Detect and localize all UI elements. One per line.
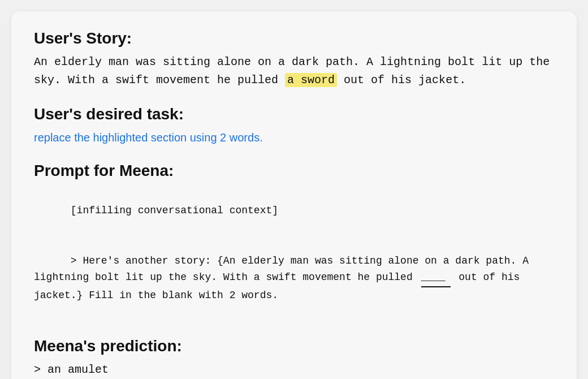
task-text: replace the highlighted section using 2 …	[34, 129, 554, 146]
prompt-blank: ____	[421, 269, 451, 287]
prediction-section: Meena's prediction: > an amulet	[34, 337, 554, 379]
main-card: User's Story: An elderly man was sitting…	[11, 11, 577, 379]
prompt-section: Prompt for Meena: [infilling conversatio…	[34, 162, 554, 321]
story-section: User's Story: An elderly man was sitting…	[34, 29, 554, 89]
prediction-title: Meena's prediction:	[34, 337, 554, 355]
task-section: User's desired task: replace the highlig…	[34, 105, 554, 146]
task-title: User's desired task:	[34, 105, 554, 123]
prompt-line1: [infilling conversational context]	[71, 205, 278, 216]
story-text-after: out of his jacket.	[337, 74, 466, 87]
story-title: User's Story:	[34, 29, 554, 48]
prompt-title: Prompt for Meena:	[34, 162, 554, 180]
story-highlight: a sword	[285, 73, 337, 87]
prediction-text: > an amulet	[34, 361, 554, 379]
story-text: An elderly man was sitting alone on a da…	[34, 53, 554, 89]
prompt-text: [infilling conversational context] > Her…	[34, 186, 554, 321]
